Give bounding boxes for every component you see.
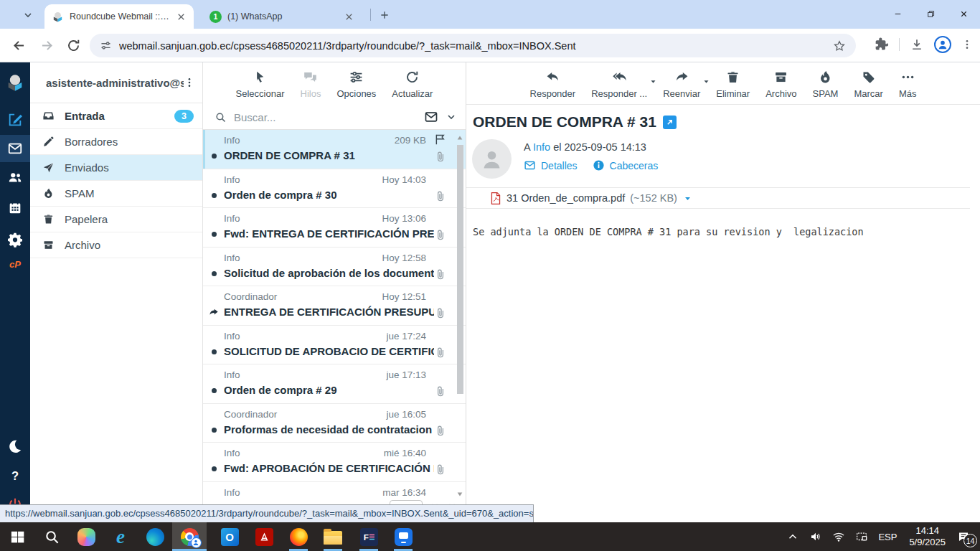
taskbar-chrome-button[interactable] [172, 522, 207, 551]
contacts-icon [7, 169, 23, 185]
folder-item[interactable]: Entrada 3 [30, 103, 202, 129]
taskbar-ie-button[interactable]: e [103, 522, 138, 551]
message-date: Hoy 12:58 [382, 253, 426, 263]
message-row[interactable]: Info jue 17:24 SOLICITUD DE APROBACIO DE… [203, 326, 466, 365]
search-bar [203, 105, 466, 130]
folder-label: SPAM [65, 187, 194, 199]
language-button[interactable]: ESP [873, 522, 902, 551]
reload-button[interactable] [66, 38, 81, 53]
mail-nav-button[interactable] [0, 135, 30, 162]
settings-nav-button[interactable] [0, 226, 30, 253]
close-button[interactable] [947, 0, 980, 27]
toolbar-button[interactable]: Responder [523, 67, 583, 104]
downloads-icon[interactable] [910, 37, 924, 52]
back-button[interactable] [11, 38, 27, 53]
tab-roundcube[interactable]: Roundcube Webmail :: Enviados [44, 4, 194, 29]
close-icon [959, 9, 969, 19]
message-row[interactable]: Coordinador Hoy 12:51 ENTREGA DE CERTIFI… [203, 286, 466, 326]
flag-icon[interactable] [433, 133, 447, 146]
taskbar-copilot-button[interactable] [69, 522, 103, 551]
search-icon [44, 529, 60, 545]
dark-mode-button[interactable] [0, 433, 30, 460]
details-link[interactable]: Detalles [541, 160, 578, 171]
toolbar-button[interactable]: Reenviar [656, 67, 707, 104]
url-text[interactable]: webmail.sanjuan.gob.ec/cpsess4685020211/… [119, 40, 826, 52]
folder-item[interactable]: Borradores [30, 129, 202, 155]
search-scope-icon[interactable] [424, 110, 438, 124]
forward-button[interactable] [39, 38, 55, 53]
message-date: Hoy 12:51 [382, 291, 426, 302]
start-button[interactable] [0, 522, 34, 551]
recipient-link[interactable]: Info [533, 141, 550, 153]
message-row[interactable]: Info jue 17:13 Orden de compra # 29 [203, 364, 466, 404]
network-button[interactable] [827, 522, 850, 551]
volume-button[interactable] [804, 522, 827, 551]
taskbar-acrobat-button[interactable] [247, 522, 281, 551]
forwarded-icon [208, 306, 220, 318]
scroll-up-icon[interactable] [456, 134, 463, 141]
folder-item[interactable]: Papelera [30, 207, 202, 232]
address-bar[interactable]: webmail.sanjuan.gob.ec/cpsess4685020211/… [90, 34, 856, 57]
message-date: jue 17:24 [386, 331, 426, 342]
toolbar-button[interactable]: Archivo [758, 67, 804, 104]
taskbar-forms-app-button[interactable] [386, 522, 420, 551]
compose-button[interactable] [0, 106, 30, 133]
toolbar-button[interactable]: Hilos [293, 67, 329, 105]
toolbar-button[interactable]: Responder ... [584, 67, 654, 104]
toolbar-button[interactable]: Eliminar [709, 67, 757, 104]
message-row[interactable]: Info Hoy 14:03 Orden de compra # 30 [203, 169, 466, 209]
open-in-new-window-icon[interactable] [663, 116, 677, 129]
browser-menu-icon[interactable] [961, 38, 973, 51]
toolbar-button[interactable]: Actualizar [385, 67, 440, 105]
headers-link[interactable]: Cabeceras [610, 160, 659, 171]
tab-whatsapp[interactable]: 1 (1) WhatsApp [202, 4, 362, 29]
taskbar-search-button[interactable] [34, 522, 69, 551]
cast-button[interactable] [850, 522, 873, 551]
message-subject: Orden de compra # 30 [224, 189, 434, 201]
toolbar-button[interactable]: Más [892, 67, 924, 104]
site-info-icon[interactable] [100, 39, 112, 52]
message-row[interactable]: Info 209 KB ORDEN DE COMPRA # 31 [203, 130, 466, 169]
tray-expand-button[interactable] [781, 522, 804, 551]
taskbar-explorer-button[interactable] [316, 522, 350, 551]
restore-button[interactable] [914, 0, 947, 27]
message-row[interactable]: Info Hoy 12:58 Solicitud de aprobación d… [203, 248, 466, 287]
scroll-down-icon[interactable] [456, 491, 463, 498]
search-options-chevron-icon[interactable] [446, 111, 457, 123]
message-row[interactable]: Coordinador jue 16:05 Proformas de neces… [203, 404, 466, 443]
taskbar-edge-button[interactable] [138, 522, 172, 551]
tab-search-button[interactable] [19, 7, 37, 23]
message-row[interactable]: Info Hoy 13:06 Fwd: ENTREGA DE CERTIFICA… [203, 208, 466, 248]
contacts-nav-button[interactable] [0, 164, 30, 191]
cpanel-button[interactable]: cP [0, 250, 30, 278]
folder-item[interactable]: Enviados [30, 155, 202, 181]
folder-menu-icon[interactable] [184, 76, 195, 89]
tab-close-icon[interactable] [176, 11, 187, 22]
calendar-nav-button[interactable] [0, 194, 30, 222]
help-button[interactable]: ? [0, 462, 30, 489]
folder-item[interactable]: SPAM [30, 181, 202, 207]
taskbar-fec-app-button[interactable]: F [352, 522, 386, 551]
attachment-menu-caret-icon[interactable] [682, 193, 693, 204]
toolbar-button[interactable]: Seleccionar [229, 67, 292, 105]
tab-close-icon[interactable] [344, 11, 354, 22]
folder-item[interactable]: Archivo [30, 232, 202, 258]
action-center-button[interactable]: 14 [953, 522, 980, 551]
message-row[interactable]: Info mié 16:40 Fwd: APROBACIÓN DE CERTIF… [203, 443, 466, 482]
toolbar-button[interactable]: SPAM [806, 67, 846, 104]
taskbar-firefox-button[interactable] [281, 522, 316, 551]
toolbar-button[interactable]: Marcar [847, 67, 890, 104]
minimize-button[interactable] [881, 0, 914, 27]
profile-avatar-icon[interactable] [934, 36, 951, 53]
extensions-icon[interactable] [875, 37, 889, 52]
attachment-name[interactable]: 31 Orden_de_compra.pdf [507, 192, 625, 204]
clock[interactable]: 14:14 5/9/2025 [902, 525, 953, 548]
taskbar-outlook-button[interactable]: O [212, 522, 247, 551]
search-input[interactable] [234, 111, 417, 123]
acrobat-icon [255, 528, 273, 546]
bookmark-star-icon[interactable] [833, 39, 846, 52]
toolbar-button[interactable]: Opciones [329, 67, 383, 105]
new-tab-button[interactable] [376, 6, 393, 24]
attachment-bar[interactable]: 31 Orden_de_compra.pdf (~152 KB) [466, 187, 970, 209]
scrollbar-thumb[interactable] [457, 145, 463, 394]
